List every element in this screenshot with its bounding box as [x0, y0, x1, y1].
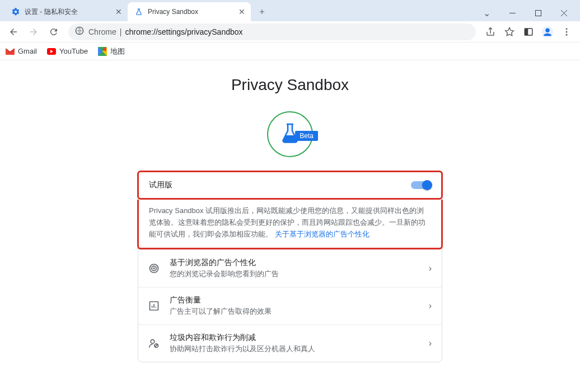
- row-subtitle: 您的浏览记录会影响您看到的广告: [170, 269, 419, 279]
- beta-badge: Beta: [295, 131, 318, 141]
- chevron-right-icon: ›: [429, 301, 432, 311]
- browser-tab-privacy-sandbox[interactable]: Privacy Sandbox ✕: [128, 2, 251, 21]
- maximize-button[interactable]: [525, 4, 551, 21]
- gmail-icon: [6, 47, 15, 56]
- trial-label: 试用版: [149, 180, 172, 190]
- svg-point-22: [151, 340, 155, 344]
- page-title: Privacy Sandbox: [231, 76, 349, 94]
- page-content: Privacy Sandbox Beta 试用版 Privacy Sandbox…: [0, 60, 580, 392]
- bookmark-star-icon[interactable]: [501, 23, 518, 41]
- address-bar[interactable]: Chrome | chrome://settings/privacySandbo…: [68, 23, 476, 40]
- svg-point-8: [566, 28, 568, 30]
- gear-icon: [11, 7, 20, 16]
- row-spam-fraud[interactable]: 垃圾内容和欺诈行为削减 协助网站打击欺诈行为以及区分机器人和真人 ›: [138, 324, 442, 362]
- maps-icon: [98, 47, 107, 56]
- close-window-button[interactable]: [551, 4, 577, 21]
- bookmarks-bar: Gmail YouTube 地图: [0, 42, 580, 60]
- chevron-right-icon: ›: [429, 338, 432, 348]
- row-subtitle: 广告主可以了解广告取得的效果: [170, 306, 419, 317]
- window-controls: ⌄: [474, 4, 580, 21]
- close-icon[interactable]: ✕: [237, 7, 246, 16]
- bookmark-youtube[interactable]: YouTube: [47, 47, 88, 56]
- row-title: 垃圾内容和欺诈行为削减: [170, 333, 419, 343]
- bookmark-label: YouTube: [59, 47, 88, 55]
- settings-card: 试用版 Privacy Sandbox 试用版推出后，网站既能减少使用您的信息，…: [138, 171, 442, 362]
- side-panel-icon[interactable]: [520, 23, 537, 41]
- row-body: 基于浏览器的广告个性化 您的浏览记录会影响您看到的广告: [170, 258, 419, 279]
- row-title: 基于浏览器的广告个性化: [170, 258, 419, 268]
- svg-rect-5: [525, 29, 528, 35]
- svg-point-20: [153, 268, 155, 270]
- tab-title: 设置 - 隐私和安全: [25, 7, 114, 17]
- chevron-right-icon: ›: [429, 263, 432, 273]
- svg-rect-0: [509, 13, 516, 13]
- target-icon: [148, 263, 160, 274]
- trial-toggle-row: 试用版: [137, 171, 443, 200]
- row-ad-personalization[interactable]: 基于浏览器的广告个性化 您的浏览记录会影响您看到的广告 ›: [138, 249, 442, 287]
- tab-title: Privacy Sandbox: [148, 8, 237, 16]
- back-button[interactable]: [4, 23, 22, 41]
- new-tab-button[interactable]: [254, 4, 270, 20]
- browser-titlebar: 设置 - 隐私和安全 ✕ Privacy Sandbox ✕ ⌄: [0, 0, 580, 21]
- menu-icon[interactable]: [558, 23, 576, 41]
- person-block-icon: [148, 338, 160, 349]
- forward-button[interactable]: [25, 23, 43, 41]
- trial-toggle[interactable]: [411, 181, 431, 189]
- row-body: 垃圾内容和欺诈行为削减 协助网站打击欺诈行为以及区分机器人和真人: [170, 333, 419, 354]
- share-icon[interactable]: [481, 23, 499, 41]
- row-ad-measurement[interactable]: 广告衡量 广告主可以了解广告取得的效果 ›: [138, 287, 442, 324]
- svg-rect-1: [535, 10, 541, 16]
- toolbar-actions: [481, 23, 576, 41]
- svg-point-7: [545, 28, 549, 32]
- description-link[interactable]: 关于基于浏览器的广告个性化: [275, 230, 369, 238]
- svg-point-9: [566, 31, 568, 32]
- description-box: Privacy Sandbox 试用版推出后，网站既能减少使用您的信息，又能提供…: [137, 200, 443, 249]
- bookmark-label: 地图: [110, 46, 125, 56]
- description-text: Privacy Sandbox 试用版推出后，网站既能减少使用您的信息，又能提供…: [149, 205, 431, 240]
- profile-avatar[interactable]: [539, 23, 556, 41]
- row-subtitle: 协助网站打击欺诈行为以及区分机器人和真人: [170, 344, 419, 354]
- svg-marker-3: [506, 27, 514, 35]
- browser-tab-settings[interactable]: 设置 - 隐私和安全 ✕: [4, 2, 128, 21]
- reload-button[interactable]: [45, 23, 63, 41]
- svg-point-10: [566, 34, 568, 35]
- row-title: 广告衡量: [170, 295, 419, 305]
- bookmark-label: Gmail: [18, 47, 37, 55]
- row-body: 广告衡量 广告主可以了解广告取得的效果: [170, 295, 419, 317]
- bookmark-maps[interactable]: 地图: [98, 46, 125, 56]
- bookmark-gmail[interactable]: Gmail: [6, 47, 37, 56]
- svg-point-16: [103, 48, 106, 51]
- address-text: Chrome | chrome://settings/privacySandbo…: [88, 27, 243, 36]
- chart-icon: [148, 300, 160, 311]
- close-icon[interactable]: ✕: [114, 7, 123, 16]
- flask-icon: [134, 7, 143, 16]
- youtube-icon: [47, 47, 56, 56]
- browser-toolbar: Chrome | chrome://settings/privacySandbo…: [0, 21, 580, 42]
- minimize-button[interactable]: [499, 4, 525, 21]
- tabs-dropdown-icon[interactable]: ⌄: [474, 8, 499, 18]
- site-info-icon[interactable]: [75, 26, 84, 37]
- hero-flask-icon: Beta: [266, 111, 314, 160]
